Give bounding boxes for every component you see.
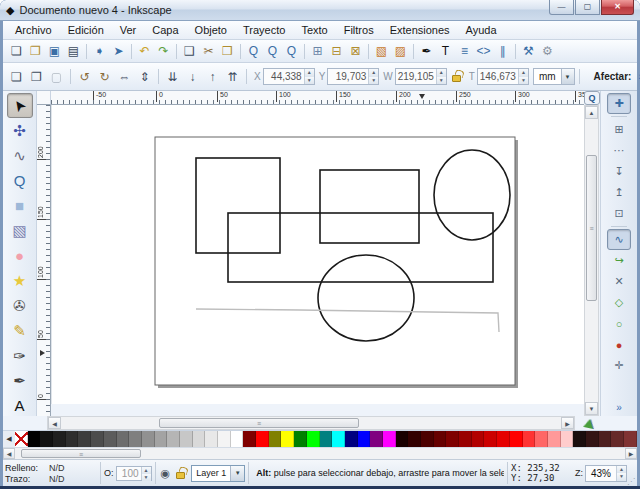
- palette-swatch[interactable]: [421, 431, 434, 447]
- rotate-ccw-button[interactable]: ↺: [75, 67, 94, 86]
- scroll-right-icon[interactable]: ▶: [561, 417, 574, 429]
- palette-scroll-left-icon[interactable]: ◀: [3, 431, 15, 447]
- tool-3dbox-button[interactable]: ▧: [7, 218, 33, 243]
- tool-spiral-button[interactable]: ✇: [7, 293, 33, 318]
- tool-text-button[interactable]: A: [7, 393, 33, 416]
- zoom-drawing-button[interactable]: Q: [263, 42, 282, 61]
- tool-node-button[interactable]: ✣: [7, 118, 33, 143]
- palette-swatch[interactable]: [28, 431, 41, 447]
- resize-grip[interactable]: ⋰: [627, 477, 635, 486]
- menu-filtros-button[interactable]: Filtros: [336, 22, 382, 38]
- menu-archivo-button[interactable]: Archivo: [7, 22, 60, 38]
- menu-extensiones-button[interactable]: Extensiones: [382, 22, 458, 38]
- vertical-ruler[interactable]: 200150100500: [37, 105, 51, 416]
- snap-path-intersections-button[interactable]: ✕: [607, 271, 631, 292]
- h-value[interactable]: 146,673: [478, 69, 518, 84]
- palette-swatch[interactable]: [78, 431, 91, 447]
- palette-swatch[interactable]: [586, 431, 599, 447]
- minimize-button[interactable]: —: [549, 0, 574, 15]
- snap-bbox-edges-button[interactable]: ⋯: [607, 140, 631, 161]
- open-document-button[interactable]: ❐: [26, 42, 45, 61]
- zoom-spinner[interactable]: ▲▼: [616, 466, 626, 481]
- palette-swatch[interactable]: [573, 431, 586, 447]
- horizontal-scroll-track[interactable]: ≡: [61, 417, 561, 429]
- layers-dialog-button[interactable]: ≡: [455, 42, 474, 61]
- palette-swatch[interactable]: [129, 431, 142, 447]
- palette-swatch[interactable]: [434, 431, 447, 447]
- palette-swatch[interactable]: [535, 431, 548, 447]
- opacity-spinner[interactable]: ▲▼: [141, 467, 151, 480]
- snap-paths-button[interactable]: ↪: [607, 250, 631, 271]
- h-spinner[interactable]: ▲▼: [518, 69, 528, 84]
- palette-swatch[interactable]: [396, 431, 409, 447]
- palette-swatch[interactable]: [472, 431, 485, 447]
- palette-swatch[interactable]: [167, 431, 180, 447]
- horizontal-scroll-thumb[interactable]: ≡: [159, 418, 359, 428]
- tool-zoom-button[interactable]: Q: [7, 168, 33, 193]
- paste-button[interactable]: ❒: [218, 42, 237, 61]
- menu-ayuda-button[interactable]: Ayuda: [458, 22, 505, 38]
- palette-swatch[interactable]: [307, 431, 320, 447]
- rotate-cw-button[interactable]: ↻: [95, 67, 114, 86]
- palette-swatch[interactable]: [459, 431, 472, 447]
- palette-swatch[interactable]: [294, 431, 307, 447]
- menu-capa-button[interactable]: Capa: [144, 22, 186, 38]
- tool-pen-button[interactable]: ✑: [7, 343, 33, 368]
- deselect-button[interactable]: ▢: [47, 67, 66, 86]
- palette-swatch[interactable]: [53, 431, 66, 447]
- vertical-scroll-thumb[interactable]: ≡: [586, 155, 597, 301]
- palette-swatch[interactable]: [66, 431, 79, 447]
- flip-vertical-button[interactable]: ⇕: [135, 67, 154, 86]
- color-managed-display-icon[interactable]: [581, 416, 597, 430]
- horizontal-scrollbar[interactable]: ◀ ≡ ▶: [47, 416, 575, 430]
- palette-swatch[interactable]: [231, 431, 244, 447]
- x-input[interactable]: 44,338▲▼: [263, 68, 315, 85]
- menu-edicion-button[interactable]: Edición: [60, 22, 112, 38]
- palette-swatch[interactable]: [155, 431, 168, 447]
- duplicate-button[interactable]: ⊞: [308, 42, 327, 61]
- title-bar[interactable]: ◆ Documento nuevo 4 - Inkscape — ▢ ✕: [0, 0, 640, 21]
- palette-scroll-right-icon[interactable]: ▶: [625, 448, 637, 459]
- palette-swatch[interactable]: [497, 431, 510, 447]
- tool-rectangle-button[interactable]: ■: [7, 193, 33, 218]
- menu-ver-button[interactable]: Ver: [112, 22, 145, 38]
- horizontal-ruler[interactable]: -5005010015020025030035: [51, 91, 584, 105]
- palette-swatch[interactable]: [332, 431, 345, 447]
- unlink-clone-button[interactable]: ⊠: [346, 42, 365, 61]
- palette-swatch[interactable]: [218, 431, 231, 447]
- flip-horizontal-button[interactable]: ⇔: [115, 67, 134, 86]
- snap-cusp-nodes-button[interactable]: ◇: [607, 292, 631, 313]
- vertical-scroll-track[interactable]: ≡: [585, 119, 598, 402]
- palette-scroll-thumb[interactable]: ≡: [21, 449, 141, 458]
- opacity-input[interactable]: 100▲▼: [116, 466, 152, 481]
- layer-visibility-eye-icon[interactable]: ◉: [161, 467, 171, 480]
- palette-swatch[interactable]: [142, 431, 155, 447]
- layer-dropdown[interactable]: Layer 1 ▼: [191, 465, 245, 482]
- tool-pencil-button[interactable]: ✎: [7, 318, 33, 343]
- clone-button[interactable]: ⊟: [327, 42, 346, 61]
- palette-swatch[interactable]: [91, 431, 104, 447]
- menu-trayecto-button[interactable]: Trayecto: [235, 22, 293, 38]
- palette-swatch[interactable]: [281, 431, 294, 447]
- zoom-value[interactable]: 43%: [586, 466, 616, 481]
- select-original-button[interactable]: ▧: [372, 42, 391, 61]
- palette-swatch[interactable]: [446, 431, 459, 447]
- copy-button[interactable]: ❑: [180, 42, 199, 61]
- snapbar-overflow-icon[interactable]: »: [616, 402, 622, 413]
- palette-swatch[interactable]: [548, 431, 561, 447]
- w-input[interactable]: 219,105▲▼: [395, 68, 447, 85]
- import-button[interactable]: ➧: [90, 42, 109, 61]
- palette-swatch[interactable]: [180, 431, 193, 447]
- align-dialog-button[interactable]: ∥: [493, 42, 512, 61]
- menu-texto-button[interactable]: Texto: [293, 22, 335, 38]
- raise-to-top-button[interactable]: ⇈: [223, 67, 242, 86]
- palette-swatch[interactable]: [599, 431, 612, 447]
- snap-smooth-nodes-button[interactable]: ○: [607, 313, 631, 334]
- palette-swatch[interactable]: [358, 431, 371, 447]
- zoom-selection-button[interactable]: Q: [244, 42, 263, 61]
- snap-midpoints-button[interactable]: ●: [607, 334, 631, 355]
- cut-button[interactable]: ✂: [199, 42, 218, 61]
- vertical-scrollbar[interactable]: ▲ ≡ ▼: [584, 105, 599, 416]
- preferences-button[interactable]: ⚒: [519, 42, 538, 61]
- trace-bitmap-button[interactable]: ▨: [391, 42, 410, 61]
